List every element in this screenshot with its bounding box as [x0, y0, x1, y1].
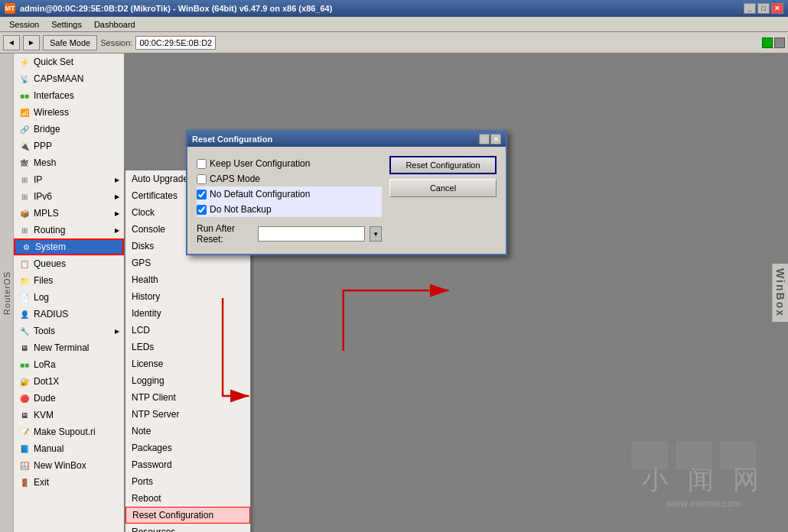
- sidebar-item-log[interactable]: 📄 Log: [14, 289, 124, 306]
- submenu-leds[interactable]: LEDs: [125, 339, 250, 355]
- title-bar-left: MT admin@00:0C:29:5E:0B:D2 (MikroTik) - …: [5, 3, 332, 14]
- sidebar-label-manual: Manual: [34, 443, 63, 454]
- make-supout-icon: 📝: [18, 426, 31, 438]
- sidebar-item-dude[interactable]: 🔴 Dude: [14, 390, 124, 407]
- submenu-reset-configuration[interactable]: Reset Configuration: [125, 507, 250, 524]
- connection-status-icon: [762, 37, 773, 48]
- radius-icon: 👤: [18, 308, 31, 320]
- dialog-restore-button[interactable]: □: [479, 134, 490, 144]
- submenu-gps[interactable]: GPS: [125, 255, 250, 271]
- dialog-title-buttons[interactable]: □ ✕: [479, 134, 501, 144]
- ipv6-icon: ⊞: [18, 190, 31, 203]
- toolbar: ◄ ► Safe Mode Session: 00:0C:29:5E:0B:D2: [0, 32, 788, 54]
- sidebar-item-routing[interactable]: ⊞ Routing ▶: [14, 222, 124, 238]
- sidebar-item-lora[interactable]: ■■ LoRa: [14, 356, 124, 373]
- submenu-password[interactable]: Password: [125, 456, 250, 473]
- sidebar-item-files[interactable]: 📁 Files: [14, 272, 124, 289]
- window-controls[interactable]: _ □ ✕: [744, 3, 783, 14]
- submenu-license[interactable]: License: [125, 355, 250, 372]
- sidebar-label-ip: IP: [34, 174, 42, 185]
- sidebar-label-new-terminal: New Terminal: [34, 342, 89, 353]
- submenu-note[interactable]: Note: [125, 423, 250, 440]
- submenu-logging[interactable]: Logging: [125, 372, 250, 389]
- watermark-url: www.xwenw.com: [642, 498, 765, 509]
- close-button[interactable]: ✕: [771, 3, 783, 14]
- wireless-icon: 📶: [18, 106, 31, 118]
- sidebar-item-bridge[interactable]: 🔗 Bridge: [14, 121, 124, 138]
- sidebar-item-exit[interactable]: 🚪 Exit: [14, 474, 124, 491]
- sidebar-item-make-supout[interactable]: 📝 Make Supout.ri: [14, 423, 124, 440]
- caps-mode-checkbox[interactable]: [197, 174, 207, 184]
- ip-arrow: ▶: [115, 177, 119, 183]
- sidebar-item-ppp[interactable]: 🔌 PPP: [14, 138, 124, 154]
- sidebar-label-dot1x: Dot1X: [34, 376, 59, 387]
- no-default-config-checkbox[interactable]: [197, 190, 207, 200]
- submenu-packages[interactable]: Packages: [125, 440, 250, 456]
- dialog-close-button[interactable]: ✕: [490, 134, 501, 144]
- sidebar-item-wireless[interactable]: 📶 Wireless: [14, 104, 124, 121]
- winbox-side-label: WinBox: [772, 264, 788, 322]
- sidebar-item-interfaces[interactable]: ■■ Interfaces: [14, 87, 124, 104]
- sidebar-item-ipv6[interactable]: ⊞ IPv6 ▶: [14, 188, 124, 205]
- run-after-reset-row: Run After Reset: ▼: [197, 223, 382, 245]
- sidebar-item-ip[interactable]: ⊞ IP ▶: [14, 171, 124, 188]
- new-terminal-icon: 🖥: [18, 342, 31, 354]
- lora-icon: ■■: [18, 358, 31, 371]
- minimize-button[interactable]: _: [744, 3, 756, 14]
- sidebar-item-tools[interactable]: 🔧 Tools ▶: [14, 323, 124, 339]
- submenu-ntp-client[interactable]: NTP Client: [125, 389, 250, 406]
- submenu-history[interactable]: History: [125, 288, 250, 305]
- system-icon: ⚙: [20, 241, 32, 253]
- sidebar-label-new-winbox: New WinBox: [34, 460, 86, 471]
- sidebar-item-dot1x[interactable]: 🔐 Dot1X: [14, 373, 124, 390]
- sidebar-label-mesh: Mesh: [34, 157, 56, 168]
- submenu-identity[interactable]: Identity: [125, 305, 250, 322]
- queues-icon: 📋: [18, 258, 31, 270]
- sidebar-item-mpls[interactable]: 📦 MPLS ▶: [14, 205, 124, 222]
- sidebar-item-radius[interactable]: 👤 RADIUS: [14, 306, 124, 323]
- reset-configuration-button[interactable]: Reset Configuration: [389, 156, 497, 174]
- submenu-ports[interactable]: Ports: [125, 473, 250, 490]
- sidebar-item-new-terminal[interactable]: 🖥 New Terminal: [14, 339, 124, 356]
- sidebar-label-exit: Exit: [34, 477, 49, 488]
- sidebar-label-log: Log: [34, 292, 49, 303]
- submenu-reboot[interactable]: Reboot: [125, 490, 250, 507]
- menu-dashboard[interactable]: Dashboard: [88, 18, 142, 31]
- network-diagram: [630, 440, 757, 471]
- run-after-dropdown[interactable]: ▼: [370, 226, 382, 242]
- submenu-lcd[interactable]: LCD: [125, 322, 250, 339]
- main-layout: RouterOS ⚡ Quick Set 📡 CAPsMAAN ■■ Inter…: [0, 54, 788, 532]
- keep-user-config-checkbox[interactable]: [197, 159, 207, 169]
- session-value: 00:0C:29:5E:0B:D2: [135, 36, 216, 50]
- maximize-button[interactable]: □: [757, 3, 770, 14]
- new-winbox-icon: 🪟: [18, 459, 31, 472]
- forward-button[interactable]: ►: [23, 35, 40, 50]
- caps-mode-row: CAPS Mode: [197, 171, 382, 187]
- sidebar-item-quick-set[interactable]: ⚡ Quick Set: [14, 54, 124, 70]
- capsman-icon: 📡: [18, 73, 31, 85]
- submenu-health[interactable]: Health: [125, 271, 250, 288]
- run-after-input[interactable]: [258, 226, 365, 242]
- sidebar-item-system[interactable]: ⚙ System: [14, 238, 124, 255]
- submenu-ntp-server[interactable]: NTP Server: [125, 406, 250, 423]
- dialog-title-bar: Reset Configuration □ ✕: [187, 131, 506, 147]
- sidebar-item-new-winbox[interactable]: 🪟 New WinBox: [14, 457, 124, 474]
- exit-icon: 🚪: [18, 476, 31, 488]
- kvm-icon: 🖥: [18, 409, 31, 421]
- sidebar-item-manual[interactable]: 📘 Manual: [14, 440, 124, 457]
- sidebar-item-mesh[interactable]: 🕸 Mesh: [14, 154, 124, 171]
- submenu-resources[interactable]: Resources: [125, 524, 250, 532]
- sidebar-item-kvm[interactable]: 🖥 KVM: [14, 407, 124, 423]
- sidebar-item-queues[interactable]: 📋 Queues: [14, 255, 124, 272]
- menu-settings[interactable]: Settings: [45, 18, 88, 31]
- routing-icon: ⊞: [18, 224, 31, 236]
- safe-mode-button[interactable]: Safe Mode: [43, 35, 97, 50]
- back-button[interactable]: ◄: [3, 35, 20, 50]
- sidebar-item-capsman[interactable]: 📡 CAPsMAAN: [14, 70, 124, 87]
- do-not-backup-checkbox[interactable]: [197, 205, 207, 215]
- cancel-button[interactable]: Cancel: [389, 179, 497, 197]
- side-label-container: RouterOS: [0, 54, 14, 532]
- ip-icon: ⊞: [18, 174, 31, 186]
- menu-session[interactable]: Session: [3, 18, 45, 31]
- mpls-icon: 📦: [18, 207, 31, 219]
